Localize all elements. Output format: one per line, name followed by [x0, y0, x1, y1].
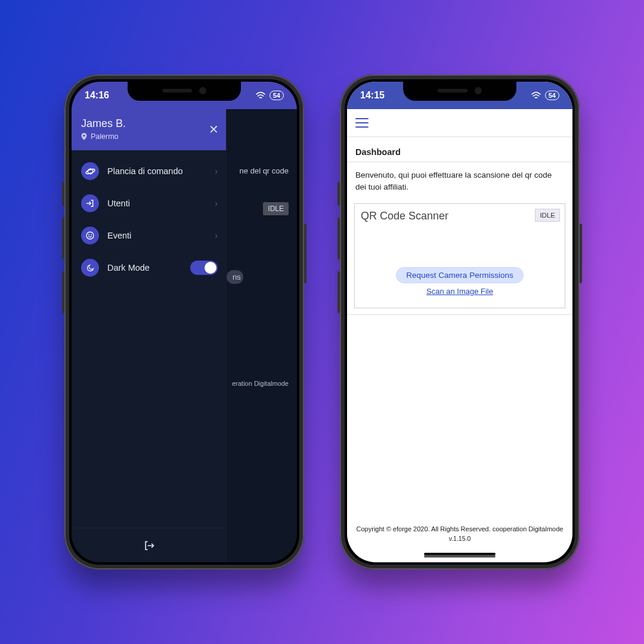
welcome-text: Benvenuto, qui puoi effettuare la scansi…	[347, 162, 572, 200]
copyright-text: Copyright © eforge 2020. All Rights Rese…	[347, 525, 572, 532]
phone-dark-drawer: 14:16 54 ne del qr code IDLE ns eration …	[64, 75, 304, 569]
menu-label: Eventi	[107, 231, 131, 240]
chevron-right-icon: ›	[215, 166, 218, 176]
chevron-right-icon: ›	[215, 231, 218, 240]
bg-pill: ns	[227, 270, 243, 284]
logout-icon	[143, 540, 155, 552]
status-time: 14:15	[360, 90, 385, 101]
menu-item-darkmode[interactable]: Dark Mode	[75, 252, 222, 284]
logout-small-icon	[81, 194, 99, 212]
nav-drawer: James B. Palermo ✕ Plancia di comando ›	[72, 109, 227, 562]
username: James B.	[81, 117, 216, 130]
hamburger-icon[interactable]	[355, 118, 369, 128]
svg-point-4	[91, 234, 92, 235]
close-icon[interactable]: ✕	[209, 122, 219, 137]
menu-label: Dark Mode	[107, 263, 150, 273]
app-bar	[347, 109, 572, 137]
wifi-icon	[531, 91, 541, 100]
drawer-menu: Plancia di comando › Utenti › Eventi ›	[72, 150, 226, 289]
main-content: Dashboard Benvenuto, qui puoi effettuare…	[347, 137, 572, 321]
version-text: v.1.15.0	[347, 535, 572, 542]
home-indicator	[424, 553, 496, 555]
menu-label: Plancia di comando	[107, 166, 183, 176]
menu-item-events[interactable]: Eventi ›	[75, 219, 222, 252]
wifi-icon	[255, 91, 266, 100]
phone-light-dashboard: 14:15 54 Dashboard Benvenuto, qui puoi e…	[340, 75, 580, 569]
bg-idle-badge: IDLE	[263, 202, 289, 215]
drawer-header: James B. Palermo ✕	[72, 109, 226, 150]
menu-item-dashboard[interactable]: Plancia di comando ›	[75, 155, 222, 187]
divider	[347, 314, 572, 315]
battery-badge: 54	[545, 91, 559, 100]
status-time: 14:16	[85, 90, 109, 101]
qr-scanner-card: QR Code Scanner IDLE Request Camera Perm…	[354, 203, 565, 308]
svg-point-3	[89, 234, 89, 235]
smile-icon	[81, 227, 99, 244]
page-title: Dashboard	[347, 143, 572, 162]
logout-button[interactable]	[72, 528, 226, 562]
battery-badge: 54	[270, 91, 284, 100]
menu-item-users[interactable]: Utenti ›	[75, 187, 222, 219]
svg-point-2	[86, 232, 94, 239]
notch	[128, 82, 241, 101]
bg-footer-snippet: eration Digitalmode	[232, 380, 289, 387]
svg-point-1	[85, 168, 95, 175]
user-location: Palermo	[81, 132, 216, 141]
location-text: Palermo	[91, 132, 119, 141]
pin-icon	[81, 133, 87, 140]
planet-icon	[81, 162, 99, 180]
request-permissions-button[interactable]: Request Camera Permissions	[396, 267, 523, 283]
bg-text-snippet: ne del qr code	[240, 166, 289, 175]
scan-image-link[interactable]: Scan an Image File	[426, 287, 493, 296]
footer: Copyright © eforge 2020. All Rights Rese…	[347, 525, 572, 542]
notch	[403, 82, 516, 101]
darkmode-toggle[interactable]	[190, 261, 218, 275]
menu-label: Utenti	[107, 199, 130, 208]
card-title: QR Code Scanner	[361, 210, 559, 222]
chevron-right-icon: ›	[215, 199, 218, 208]
idle-badge: IDLE	[535, 209, 560, 222]
moon-icon	[81, 259, 99, 277]
